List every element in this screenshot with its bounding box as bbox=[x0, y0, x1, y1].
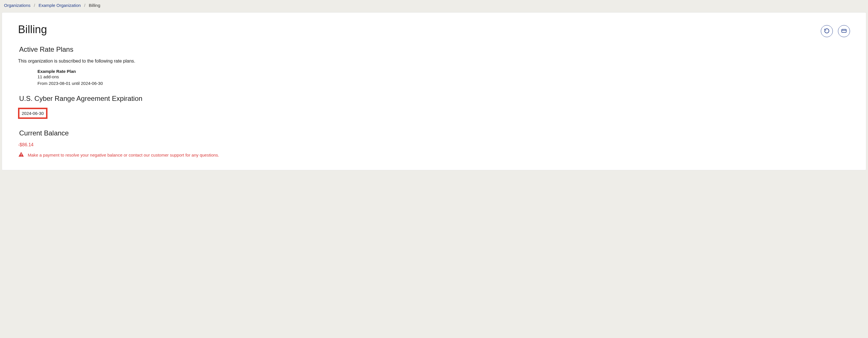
action-buttons bbox=[821, 25, 850, 37]
breadcrumb-current: Billing bbox=[89, 3, 100, 8]
breadcrumb-separator: / bbox=[34, 3, 35, 8]
refresh-button[interactable] bbox=[821, 25, 833, 37]
warning-icon bbox=[18, 151, 24, 159]
svg-rect-3 bbox=[21, 156, 22, 156]
svg-rect-2 bbox=[21, 154, 22, 155]
agreement-expiration-date: 2024-06-30 bbox=[18, 108, 48, 119]
payment-button[interactable] bbox=[838, 25, 850, 37]
svg-rect-0 bbox=[842, 29, 846, 32]
agreement-expiration-heading: U.S. Cyber Range Agreement Expiration bbox=[19, 95, 850, 103]
rate-plan-period: From 2023-08-01 until 2024-06-30 bbox=[37, 80, 850, 87]
refresh-icon bbox=[824, 28, 830, 35]
current-balance-amount: -$86.14 bbox=[18, 142, 850, 147]
negative-balance-warning: Make a payment to resolve your negative … bbox=[18, 151, 850, 159]
current-balance-heading: Current Balance bbox=[19, 129, 850, 137]
page-title: Billing bbox=[18, 24, 47, 36]
rate-plan-name: Example Rate Plan bbox=[37, 69, 850, 74]
breadcrumb-organizations[interactable]: Organizations bbox=[4, 3, 31, 8]
rate-plan-item: Example Rate Plan 11 add-ons From 2023-0… bbox=[37, 69, 850, 87]
warning-text: Make a payment to resolve your negative … bbox=[28, 153, 219, 158]
rate-plan-addons: 11 add-ons bbox=[37, 74, 850, 80]
billing-card: Billing Active Rate Plan bbox=[2, 12, 866, 170]
credit-card-icon bbox=[841, 28, 847, 35]
breadcrumb-organization-link[interactable]: Example Organization bbox=[39, 3, 81, 8]
active-rate-plans-heading: Active Rate Plans bbox=[19, 45, 850, 54]
breadcrumb-separator: / bbox=[84, 3, 85, 8]
breadcrumb: Organizations / Example Organization / B… bbox=[0, 0, 868, 10]
active-rate-plans-intro: This organization is subscribed to the f… bbox=[18, 59, 850, 64]
